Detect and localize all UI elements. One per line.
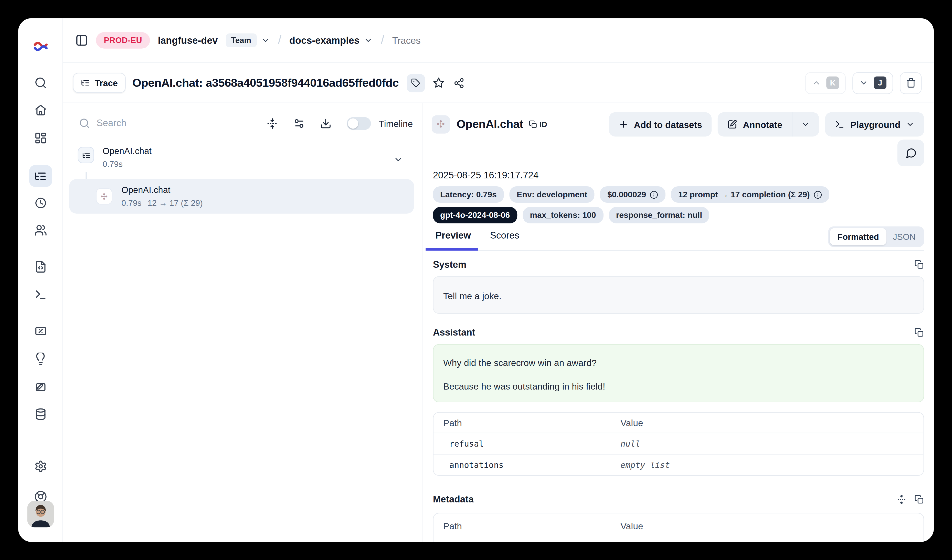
table-row: annotations empty list [433,455,924,475]
model-badge-row: gpt-4o-2024-08-06 max_tokens: 100 respon… [433,207,709,224]
sidebar-tracing-icon[interactable] [29,165,52,187]
trace-title: OpenAI.chat: a3568a4051958f944016ad65ffe… [132,76,399,89]
sidebar-prompts-icon[interactable] [34,260,47,273]
info-icon [650,190,658,199]
sidebar-playground-icon[interactable] [34,288,47,301]
expand-metadata-button[interactable] [897,495,906,504]
sidebar-datasets-icon[interactable] [34,408,47,421]
prev-trace-button[interactable]: K [805,72,846,94]
generation-icon: ✣ [432,116,450,134]
format-toggle: Formatted JSON [828,226,924,247]
model-badge[interactable]: gpt-4o-2024-08-06 [433,207,517,224]
generation-node-icon: ✣ [96,188,113,205]
langfuse-logo[interactable] [32,38,49,54]
cost-badge[interactable]: $0.000029 [600,186,666,203]
trash-icon [906,78,916,88]
observation-header: ✣ OpenAI.chat ID Add to datasets Annotat… [432,111,924,139]
metadata-table: Path Value [433,513,924,542]
project-chevron-down-icon[interactable] [364,36,373,45]
active-tab-indicator [425,248,478,251]
sidebar-evaluators-icon[interactable] [34,381,47,393]
copy-icon [914,260,924,270]
sidebar-dashboards-icon[interactable] [34,132,47,145]
tag-button[interactable] [406,74,425,92]
sidebar-scores-icon[interactable] [34,325,47,338]
table-header: Path Value [433,413,924,433]
user-avatar[interactable] [27,501,54,527]
playground-button[interactable]: Playground [825,113,924,137]
comments-button[interactable] [898,139,924,166]
project-name[interactable]: docs-examples [289,35,360,46]
breadcrumb-separator: / [278,32,281,47]
tree-node-stats: 0.79s12 → 17 (Σ 29) [121,198,203,208]
view-settings-button[interactable] [293,117,305,129]
system-message-box: Tell me a joke. [433,276,924,314]
screen: PROD-EU langfuse-dev Team / docs-example… [0,0,952,560]
annotate-button[interactable]: Annotate [718,113,792,137]
copy-id-button[interactable]: ID [529,120,547,128]
tree-node-root[interactable]: OpenAI.chat 0.79s [74,146,415,174]
collapse-node-chevron-icon[interactable] [394,155,403,165]
tab-preview[interactable]: Preview [427,230,479,241]
org-chevron-down-icon[interactable] [261,36,270,45]
tree-node-latency: 0.79s [103,160,123,169]
tree-node-generation-selected[interactable]: ✣ OpenAI.chat 0.79s12 → 17 (Σ 29) [69,179,414,214]
tab-scores[interactable]: Scores [481,230,528,241]
comment-bubble-icon [905,147,916,159]
sidebar-search-icon[interactable] [34,77,47,89]
tree-search-input[interactable] [97,118,188,129]
top-navbar: PROD-EU langfuse-dev Team / docs-example… [63,18,934,63]
terminal-icon [835,120,845,129]
add-to-datasets-button[interactable]: Add to datasets [609,113,712,137]
format-toggle-formatted[interactable]: Formatted [830,228,886,245]
next-trace-button[interactable]: J [852,72,893,94]
chevron-down-icon [906,120,914,128]
sidebar-insights-icon[interactable] [34,353,47,366]
breadcrumb-separator: / [381,32,384,47]
stats-badge-row: Latency: 0.79s Env: development $0.00002… [433,186,829,203]
bookmark-star-button[interactable] [431,77,445,89]
edit-pen-icon [728,120,737,129]
format-toggle-json[interactable]: JSON [886,232,922,242]
copy-assistant-button[interactable] [914,328,924,337]
detail-tabs: Preview Scores Formatted JSON [433,228,924,251]
chevron-down-icon [859,78,868,88]
sidebar-home-icon[interactable] [34,104,47,116]
system-section-header: System [433,259,924,270]
sidebar-sessions-icon[interactable] [34,197,47,209]
breadcrumb-section[interactable]: Traces [392,35,421,46]
column-header-path: Path [433,514,611,536]
shortcut-key-j: J [874,77,886,89]
observation-title: OpenAI.chat [456,118,523,131]
copy-system-button[interactable] [914,260,924,270]
list-tree-icon [81,78,90,88]
share-button[interactable] [452,77,465,88]
metadata-section-header: Metadata [433,494,924,506]
copy-icon [914,328,924,337]
annotate-split-button: Annotate [718,113,819,137]
max-tokens-badge: max_tokens: 100 [522,207,603,224]
timeline-toggle[interactable] [347,117,371,130]
download-button[interactable] [320,117,331,129]
org-name[interactable]: langfuse-dev [158,35,218,46]
annotate-dropdown-button[interactable] [792,113,819,137]
environment-badge[interactable]: PROD-EU [96,32,150,49]
output-properties-table: Path Value refusal null annotations empt… [433,412,924,476]
trace-type-badge: Trace [73,73,126,93]
tree-search-row: Timeline [63,112,423,135]
collapse-all-button[interactable] [267,117,278,129]
sidebar-users-icon[interactable] [34,224,47,237]
delete-trace-button[interactable] [900,72,921,94]
panel-toggle-icon[interactable] [75,34,88,47]
tree-node-name: OpenAI.chat [121,185,170,195]
sidebar-settings-icon[interactable] [34,460,47,473]
token-usage-badge[interactable]: 12 prompt → 17 completion (Σ 29) [671,186,829,203]
copy-metadata-button[interactable] [914,495,924,504]
app-window: PROD-EU langfuse-dev Team / docs-example… [18,18,934,542]
org-role-badge: Team [226,33,257,47]
assistant-section-header: Assistant [433,327,924,339]
sliders-icon [293,117,305,129]
response-format-badge: response_format: null [609,207,709,224]
observation-timestamp: 2025-08-25 16:19:17.724 [433,170,539,181]
shortcut-key-k: K [826,77,839,89]
